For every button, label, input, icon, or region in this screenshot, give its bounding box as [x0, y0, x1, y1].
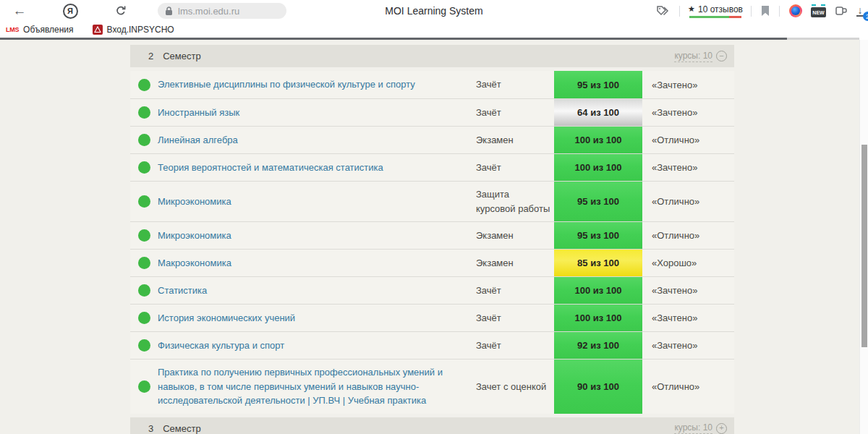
status-dot	[138, 195, 150, 208]
reviews-button[interactable]: ★ 10 отзывов	[685, 4, 746, 18]
grade-text: «Хорошо»	[642, 258, 734, 268]
score-badge: 85 из 100	[554, 250, 642, 276]
course-link[interactable]: Статистика	[158, 285, 207, 296]
grades-table: 2 Семестр курсы: 10 − Элективные дисципл…	[130, 45, 734, 434]
score-badge: 92 из 100	[554, 332, 642, 359]
toolbar-divider	[679, 6, 680, 17]
grade-text: «Зачтено»	[642, 80, 734, 90]
course-link[interactable]: Линейная алгебра	[158, 135, 238, 145]
grade-text: «Отлично»	[642, 381, 734, 392]
table-row: Практика по получению первичных професси…	[130, 359, 734, 414]
back-icon[interactable]: ←	[7, 0, 32, 22]
status-dot	[138, 161, 150, 174]
course-link[interactable]: Физическая культура и спорт	[158, 340, 284, 351]
score-badge: 95 из 100	[554, 222, 642, 249]
new-badge: NEW	[812, 8, 824, 17]
vertical-scrollbar[interactable]	[859, 40, 868, 434]
yandex-letter: Я	[63, 4, 78, 19]
semester-number: 3	[148, 423, 153, 434]
lms-page: 2 Семестр курсы: 10 − Элективные дисципл…	[0, 40, 859, 434]
courses-count-link[interactable]: курсы: 10	[674, 422, 712, 434]
course-link[interactable]: Микроэкономика	[158, 230, 231, 241]
score-badge: 95 из 100	[554, 182, 642, 221]
expand-icon[interactable]: +	[716, 423, 727, 434]
table-row: Теория вероятностей и математическая ста…	[130, 153, 734, 181]
score-text: 95 из 100	[577, 196, 619, 207]
status-dot	[138, 257, 150, 269]
rating-bar	[689, 16, 741, 18]
status-dot	[138, 229, 150, 242]
grade-text: «Зачтено»	[642, 312, 734, 323]
score-text: 95 из 100	[577, 230, 619, 241]
collapse-icon[interactable]: −	[716, 51, 727, 61]
bookmark-flag-icon[interactable]	[757, 0, 774, 22]
score-text: 92 из 100	[577, 340, 619, 351]
score-badge: 100 из 100	[554, 154, 642, 181]
score-text: 100 из 100	[574, 312, 621, 323]
bookmark-item-inpsycho[interactable]: Вход.INPSYCHO	[93, 25, 174, 35]
address-bar[interactable]: lms.moi.edu.ru	[158, 3, 286, 19]
inpsycho-favicon	[93, 25, 103, 35]
status-dot	[138, 312, 150, 324]
course-link[interactable]: Практика по получению первичных професси…	[158, 367, 443, 406]
table-row: Макроэкономика Экзамен 85 из 100 «Хорошо…	[130, 249, 734, 276]
scrollbar-thumb[interactable]	[861, 145, 867, 347]
table-row: Иностранный язык Зачёт 64 из 100 «Зачтен…	[130, 98, 734, 126]
assessment-type: Защита курсовой работы	[476, 182, 554, 221]
assessment-type: Зачёт	[476, 305, 554, 331]
course-link[interactable]: Иностранный язык	[158, 107, 239, 118]
score-badge: 100 из 100	[554, 277, 642, 304]
grade-text: «Зачтено»	[642, 107, 734, 118]
grade-text: «Зачтено»	[642, 285, 734, 296]
score-text: 90 из 100	[577, 381, 619, 392]
status-dot	[138, 380, 150, 393]
tabs-panel-icon[interactable]	[830, 0, 852, 22]
table-row: Микроэкономика Экзамен 95 из 100 «Отличн…	[130, 221, 734, 249]
table-row: Линейная алгебра Экзамен 100 из 100 «Отл…	[130, 126, 734, 153]
table-row: Микроэкономика Защита курсовой работы 95…	[130, 181, 734, 221]
toolbar-divider	[751, 6, 752, 17]
course-link[interactable]: Макроэкономика	[158, 258, 231, 268]
grade-text: «Отлично»	[642, 196, 734, 207]
toolbar-divider	[779, 6, 780, 17]
status-dot	[138, 284, 150, 297]
refresh-icon[interactable]	[110, 0, 132, 22]
star-icon: ★	[688, 4, 695, 14]
tags-icon[interactable]	[652, 0, 674, 22]
assessment-type: Зачёт	[476, 333, 554, 359]
course-link[interactable]: Микроэкономика	[158, 196, 231, 207]
assessment-type: Зачёт	[476, 155, 554, 181]
assessment-type: Зачёт	[476, 100, 554, 126]
status-dot	[138, 339, 150, 352]
downloads-icon[interactable]: ↓ 2	[852, 0, 868, 22]
lms-favicon: LMS	[6, 26, 19, 33]
semester-label: Семестр	[163, 423, 200, 434]
grade-text: «Зачтено»	[642, 162, 734, 173]
bookmark-item-announcements[interactable]: LMS Объявления	[6, 25, 74, 35]
status-dot	[138, 134, 150, 146]
score-badge: 100 из 100	[554, 305, 642, 331]
semester-label: Семестр	[163, 51, 200, 61]
status-dot	[138, 106, 150, 119]
lock-icon	[165, 7, 173, 16]
score-text: 100 из 100	[574, 135, 621, 145]
assessment-type: Экзамен	[476, 223, 554, 249]
semester-header-2: 2 Семестр курсы: 10 −	[130, 45, 734, 67]
course-link[interactable]: Теория вероятностей и математическая ста…	[158, 162, 383, 173]
score-badge: 64 из 100	[554, 99, 642, 126]
bookmark-label: Объявления	[23, 25, 73, 35]
assessment-type: Зачёт	[476, 278, 554, 304]
url-text: lms.moi.edu.ru	[178, 6, 239, 17]
course-link[interactable]: Элективные дисциплины по физической куль…	[158, 79, 415, 90]
course-link[interactable]: История экономических учений	[158, 312, 295, 323]
screenshot-new-icon[interactable]: NEW	[807, 0, 830, 22]
yandex-tableau-icon[interactable]: Я	[59, 0, 81, 22]
assessment-type: Зачёт	[476, 72, 554, 98]
courses-count-link[interactable]: курсы: 10	[674, 51, 712, 62]
status-dot	[138, 79, 150, 91]
score-text: 85 из 100	[577, 258, 619, 268]
assessment-type: Экзамен	[476, 127, 554, 153]
score-text: 100 из 100	[574, 285, 621, 296]
color-extension-icon[interactable]	[785, 0, 807, 22]
reviews-label: 10 отзывов	[698, 4, 743, 14]
